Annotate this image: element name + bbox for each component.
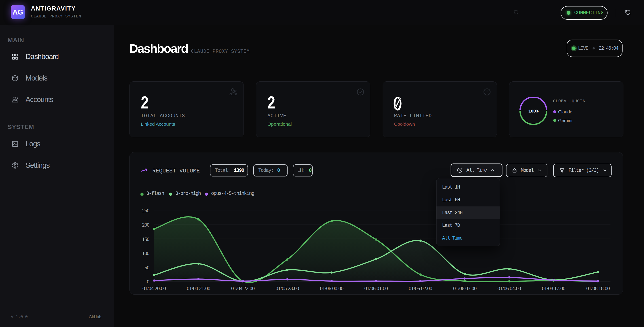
svg-text:01/06 02:00: 01/06 02:00 [409, 286, 432, 291]
svg-text:200: 200 [142, 222, 150, 228]
svg-text:250: 250 [142, 208, 150, 214]
svg-text:100%: 100% [528, 109, 539, 114]
svg-text:01/05 23:00: 01/05 23:00 [276, 286, 299, 291]
svg-text:01/06 04:00: 01/06 04:00 [498, 286, 521, 291]
svg-text:01/08 17:00: 01/08 17:00 [542, 286, 565, 291]
svg-text:0: 0 [147, 279, 150, 284]
svg-text:100: 100 [142, 250, 150, 256]
svg-text:50: 50 [144, 264, 150, 270]
svg-text:01/04 22:00: 01/04 22:00 [231, 286, 255, 291]
svg-text:01/04 21:00: 01/04 21:00 [187, 286, 210, 291]
svg-text:01/06 00:00: 01/06 00:00 [320, 286, 344, 291]
svg-text:01/08 18:00: 01/08 18:00 [586, 286, 610, 291]
svg-text:01/04 20:00: 01/04 20:00 [142, 286, 166, 291]
svg-text:01/06 03:00: 01/06 03:00 [453, 286, 476, 291]
svg-text:01/06 01:00: 01/06 01:00 [364, 286, 388, 291]
svg-text:150: 150 [142, 236, 150, 242]
